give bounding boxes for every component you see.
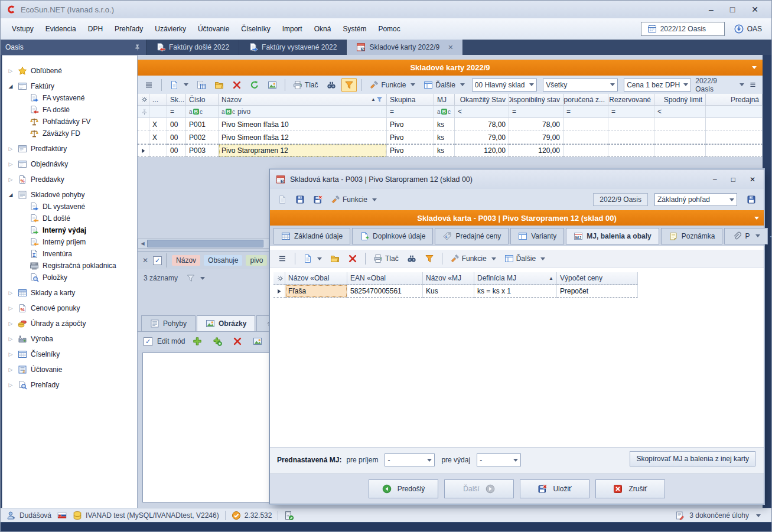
filter-menu-icon[interactable]	[186, 273, 196, 283]
price-select-combo[interactable]: Cena 1 bez DPH	[624, 79, 691, 92]
new-row-button[interactable]	[300, 252, 325, 266]
sidebar-item-fa-vystavene[interactable]: FA vystavené	[2, 92, 137, 104]
sidebar-item-skladove-pohyby[interactable]: ◢Skladové pohyby	[2, 189, 137, 201]
new-record-button[interactable]	[167, 78, 191, 92]
dialog-close-button[interactable]: ✕	[750, 176, 755, 183]
detail-tab-obrazky[interactable]: Obrázky	[197, 315, 255, 331]
packaging-column-definicia-mj[interactable]: Definícia MJ▲	[474, 272, 557, 285]
layout-menu-button[interactable]	[275, 252, 290, 266]
functions-button[interactable]: Funkcie	[328, 192, 380, 207]
stock-filter-cell[interactable]: <	[654, 106, 706, 118]
save-button[interactable]	[292, 192, 308, 207]
edit-mode-checkbox[interactable]: ✓	[144, 337, 152, 346]
income-mj-select[interactable]: -	[385, 453, 435, 466]
warehouse-select-arrow-icon[interactable]	[529, 83, 534, 86]
predosly-button[interactable]: Predošlý	[369, 479, 438, 498]
stock-column-predajna[interactable]: Predajná	[706, 94, 763, 106]
stock-cell[interactable]	[608, 144, 654, 157]
sidebar-item-registracna-pokladnica[interactable]: Registračná pokladnica	[2, 260, 137, 272]
dialog-tab-predajne-ceny[interactable]: €Predajné ceny	[435, 228, 509, 244]
warehouse-select-combo[interactable]: 00 Hlavný sklad	[472, 79, 537, 92]
new-row-arrow-icon[interactable]	[317, 257, 322, 260]
menu-prehlady[interactable]: Prehľady	[109, 22, 148, 35]
stock-cell[interactable]	[138, 131, 149, 144]
stock-column-doporucena-z[interactable]: Doporučená z...	[563, 94, 608, 106]
outcome-mj-select[interactable]: -	[477, 453, 521, 466]
view-arrow-icon[interactable]	[729, 198, 734, 201]
functions-button[interactable]: Funkcie	[366, 78, 418, 92]
view-select-combo[interactable]: Základný pohľad	[654, 193, 737, 206]
stock-cell[interactable]: Pivo Simeon fľaša 12	[219, 131, 387, 144]
sidebar-item-uctovanie[interactable]: ▷#Účtovanie	[2, 364, 137, 376]
menu-import[interactable]: Import	[277, 22, 308, 35]
dialog-period-button[interactable]: 2022/9 Oasis	[593, 193, 648, 206]
dialog-tab-varianty[interactable]: Varianty	[510, 228, 564, 244]
stock-filter-cell[interactable]	[138, 106, 149, 118]
stock-cell[interactable]: 79,00	[455, 131, 509, 144]
packaging-row-1[interactable]: Fľaša5825470005561Kusks = ks x 1Prepočet	[273, 285, 638, 298]
more-arrow-icon[interactable]	[460, 83, 465, 86]
save-and-close-button[interactable]	[310, 192, 325, 207]
close-button[interactable]: ✕	[751, 5, 758, 14]
packaging-column-nazov-mj[interactable]: Názov «MJ	[423, 272, 474, 285]
stock-column-sk[interactable]: Sk...	[167, 94, 186, 106]
filter-operator-chip[interactable]: Obsahuje	[204, 255, 242, 266]
tab-close-icon[interactable]: ✕	[448, 44, 453, 51]
stock-cell[interactable]: Pivo	[387, 144, 434, 157]
sidebar-item-faktury[interactable]: ◢Faktúry	[2, 80, 137, 92]
stock-column-spodny-limit[interactable]: Spodný limit	[654, 94, 706, 106]
save-view-button[interactable]	[744, 192, 759, 207]
stock-cell[interactable]: 120,00	[509, 144, 563, 157]
sidebar-item-cenove-ponuky[interactable]: ▷%Cenové ponuky	[2, 302, 137, 314]
packaging-cell[interactable]: Prepočet	[557, 285, 638, 298]
document-tab-skladove-karty-2022-9[interactable]: SSkladové karty 2022/9✕	[347, 40, 463, 55]
copy-record-button[interactable]	[194, 78, 209, 92]
banner-dropdown-icon[interactable]	[752, 66, 757, 69]
image-tools-button[interactable]	[250, 334, 265, 348]
stock-filter-cell[interactable]: aBc	[186, 106, 219, 118]
filter-button[interactable]	[341, 78, 357, 92]
stock-column-mj[interactable]: MJ	[434, 94, 455, 106]
sidebar-item-zavazky-fd[interactable]: Záväzky FD	[2, 128, 137, 139]
scrollbar-thumb[interactable]	[147, 240, 263, 247]
expand-icon[interactable]: ▷	[7, 161, 14, 167]
stock-filter-cell[interactable]: =	[387, 106, 434, 118]
sidebar-item-interny-prijem[interactable]: Interný príjem	[2, 236, 137, 248]
packaging-cell[interactable]: 5825470005561	[347, 285, 423, 298]
menu-okna[interactable]: Okná	[309, 22, 337, 35]
stock-cell[interactable]	[563, 144, 608, 157]
stock-filter-cell[interactable]: =	[509, 106, 563, 118]
attachments-arrow-icon[interactable]	[755, 234, 760, 237]
sidebar-item-preddavky[interactable]: ▷%Preddavky	[2, 174, 137, 185]
print-button[interactable]: Tlač	[370, 252, 402, 266]
stock-column-okamzity-stav[interactable]: Okamžitý Stav	[455, 94, 509, 106]
stock-cell[interactable]	[563, 131, 608, 144]
clear-filter-icon[interactable]: ✕	[142, 256, 148, 265]
stock-filter-cell[interactable]: =	[563, 106, 608, 118]
stock-filter-cell[interactable]: aBcpivo	[219, 106, 387, 118]
sidebar-item-vyroba[interactable]: ▷Výroba	[2, 333, 137, 345]
menu-evidencia[interactable]: Evidencia	[40, 22, 82, 35]
functions-arrow-icon[interactable]	[491, 257, 496, 260]
open-row-button[interactable]	[327, 252, 343, 266]
dialog-banner-dropdown-icon[interactable]	[754, 217, 759, 220]
sidebar-item-sklady-a-karty[interactable]: ▷Sklady a karty	[2, 287, 137, 299]
delete-row-button[interactable]	[345, 252, 360, 266]
stock-cell[interactable]: P001	[186, 118, 219, 131]
document-tab-faktury-vystavene-2022[interactable]: Faktúry vystavené 2022	[239, 40, 347, 55]
stock-cell[interactable]: 00	[167, 131, 186, 144]
collapse-icon[interactable]: ◢	[7, 192, 14, 198]
expand-icon[interactable]: ▷	[7, 177, 14, 182]
menu-uctovanie[interactable]: Účtovanie	[193, 22, 234, 35]
packaging-column-nazov-obal[interactable]: Názov «Obal	[285, 272, 347, 285]
expand-icon[interactable]: ▷	[7, 68, 14, 74]
sidebar-item-uhrady-a-zapocty[interactable]: ▷Úhrady a zápočty	[2, 318, 137, 329]
stock-row-1[interactable]: X00P001Pivo Simeon fľaša 10Pivoks78,0078…	[138, 118, 763, 131]
search-button[interactable]	[404, 252, 419, 266]
filter-value-chip[interactable]: pivo	[246, 255, 267, 266]
layout-menu-button[interactable]	[141, 78, 157, 92]
expand-icon[interactable]: ▷	[7, 367, 14, 373]
zrusit-button[interactable]: Zrušiť	[595, 479, 665, 498]
detail-tab-pohyby[interactable]: Pohyby	[141, 315, 196, 331]
stock-cell[interactable]: Pivo	[387, 118, 434, 131]
